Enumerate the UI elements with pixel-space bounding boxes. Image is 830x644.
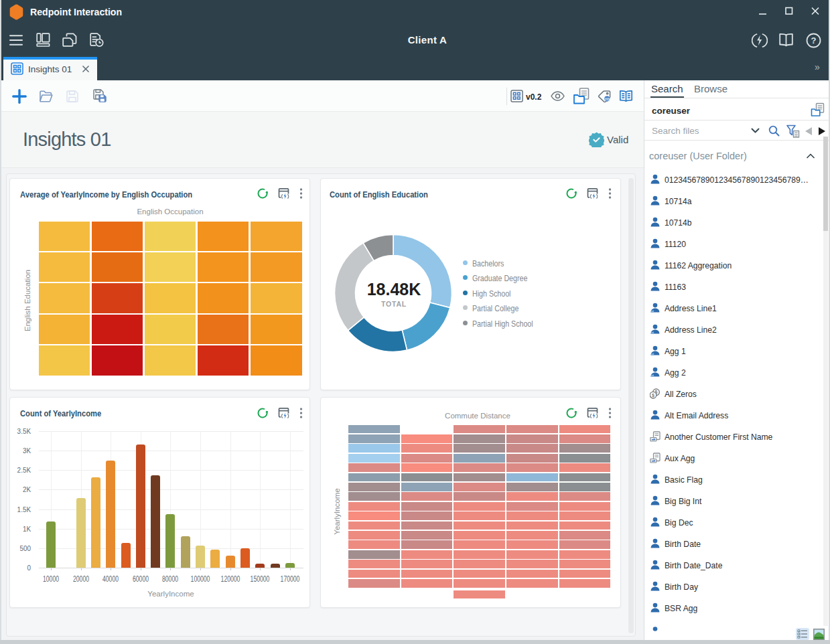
- svg-text:$: $: [652, 393, 654, 398]
- svg-text:?: ?: [811, 35, 817, 46]
- svg-text:{0}: {0}: [605, 97, 610, 101]
